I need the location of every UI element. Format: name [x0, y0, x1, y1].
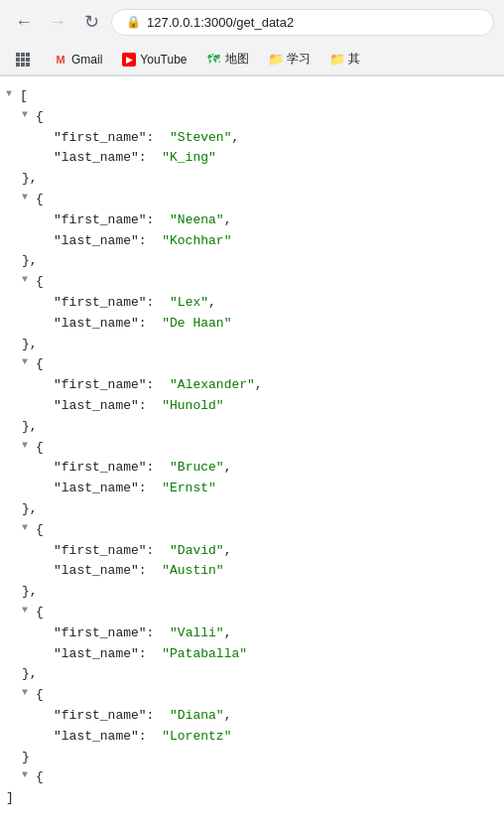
youtube-icon: ▶: [122, 53, 136, 67]
browser-chrome: ← → ↻ 🔒 127.0.0.1:3000/get_data2 M Gmail…: [0, 0, 504, 76]
first-name-line-3: "first_name": "Alexander",: [0, 375, 504, 396]
json-array-open: ▼ [: [0, 86, 504, 107]
gmail-label: Gmail: [71, 53, 102, 67]
obj-toggle-6[interactable]: ▼: [22, 603, 34, 619]
nav-bar: ← → ↻ 🔒 127.0.0.1:3000/get_data2: [0, 0, 504, 44]
bookmark-maps[interactable]: 🗺 地图: [199, 48, 257, 70]
json-items-container: ▼{"first_name": "Steven","last_name": "K…: [0, 107, 504, 788]
json-object-open-6: ▼{: [0, 603, 504, 623]
forward-button[interactable]: →: [44, 8, 71, 36]
obj-toggle-2[interactable]: ▼: [22, 272, 34, 288]
bookmark-apps[interactable]: [8, 50, 42, 69]
json-object-open-3: ▼{: [0, 354, 504, 375]
obj-toggle-3[interactable]: ▼: [22, 354, 34, 370]
last-name-line-6: "last_name": "Pataballa": [0, 644, 504, 665]
json-object-open-0: ▼{: [0, 107, 504, 128]
last-name-line-5: "last_name": "Austin": [0, 561, 504, 582]
first-name-line-2: "first_name": "Lex",: [0, 293, 504, 314]
json-array-close: ]: [0, 788, 504, 809]
json-object-close-6: },: [0, 664, 504, 685]
last-name-line-0: "last_name": "K_ing": [0, 148, 504, 169]
last-name-line-1: "last_name": "Kochhar": [0, 231, 504, 252]
json-object-open-4: ▼{: [0, 438, 504, 459]
last-name-line-3: "last_name": "Hunold": [0, 396, 504, 417]
url-text: 127.0.0.1:3000/get_data2: [147, 15, 294, 30]
bookmark-learn[interactable]: 📁 学习: [261, 48, 318, 70]
bookmark-youtube[interactable]: ▶ YouTube: [114, 50, 194, 69]
json-object-close-5: },: [0, 582, 504, 603]
obj-toggle-0[interactable]: ▼: [22, 107, 34, 123]
json-object-open-7: ▼{: [0, 685, 504, 706]
json-object-open-2: ▼{: [0, 272, 504, 293]
first-name-line-5: "first_name": "David",: [0, 541, 504, 562]
folder-icon-learn: 📁: [269, 53, 283, 67]
maps-label: 地图: [225, 51, 249, 68]
other-label: 其: [348, 51, 360, 68]
obj-toggle-5[interactable]: ▼: [22, 520, 34, 536]
bookmark-gmail[interactable]: M Gmail: [46, 50, 110, 69]
json-object-close-3: },: [0, 417, 504, 438]
json-object-close-1: },: [0, 251, 504, 272]
json-object-close-0: },: [0, 169, 504, 190]
first-name-line-6: "first_name": "Valli",: [0, 623, 504, 644]
first-name-line-0: "first_name": "Steven",: [0, 128, 504, 149]
json-object-open-5: ▼{: [0, 520, 504, 541]
last-name-line-4: "last_name": "Ernst": [0, 479, 504, 499]
json-object-close-4: },: [0, 499, 504, 520]
first-name-line-1: "first_name": "Neena",: [0, 210, 504, 231]
first-name-line-7: "first_name": "Diana",: [0, 706, 504, 727]
last-name-line-2: "last_name": "De Haan": [0, 314, 504, 335]
last-name-line-7: "last_name": "Lorentz": [0, 727, 504, 748]
json-content: ▼ [ ▼{"first_name": "Steven","last_name"…: [0, 76, 504, 819]
json-object-open-last: ▼{: [0, 767, 504, 788]
obj-toggle-7[interactable]: ▼: [22, 685, 34, 701]
maps-icon: 🗺: [207, 53, 221, 67]
youtube-label: YouTube: [140, 53, 187, 67]
gmail-icon: M: [54, 53, 67, 67]
reload-button[interactable]: ↻: [77, 8, 105, 36]
bookmarks-bar: M Gmail ▶ YouTube 🗺 地图 📁 学习 📁 其: [0, 44, 504, 75]
json-object-open-1: ▼{: [0, 190, 504, 210]
lock-icon: 🔒: [126, 15, 141, 29]
json-object-close-2: },: [0, 335, 504, 355]
apps-grid-icon: [16, 53, 30, 67]
array-toggle[interactable]: ▼: [6, 86, 18, 102]
bookmark-other[interactable]: 📁 其: [322, 48, 368, 70]
learn-label: 学习: [287, 51, 311, 68]
obj-toggle-1[interactable]: ▼: [22, 190, 34, 206]
obj-toggle-4[interactable]: ▼: [22, 438, 34, 454]
back-button[interactable]: ←: [10, 8, 38, 36]
json-object-close-7: }: [0, 748, 504, 768]
address-bar[interactable]: 🔒 127.0.0.1:3000/get_data2: [111, 9, 494, 36]
first-name-line-4: "first_name": "Bruce",: [0, 458, 504, 479]
folder-icon-other: 📁: [330, 53, 344, 67]
